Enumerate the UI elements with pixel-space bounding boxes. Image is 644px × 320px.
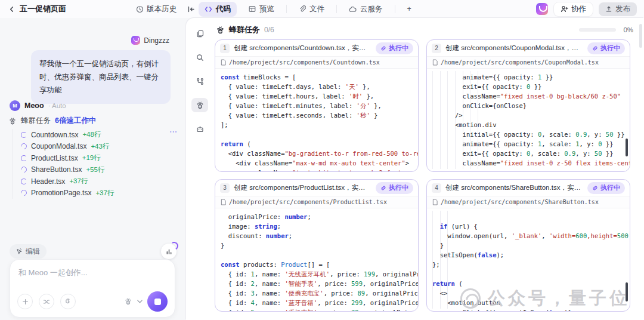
bar-chart-icon <box>166 248 172 255</box>
scrollbar-thumb[interactable] <box>626 282 628 301</box>
file-icon <box>221 59 226 66</box>
stop-generation-button[interactable] <box>147 291 168 312</box>
bee-icon <box>216 26 225 35</box>
user-name: Dingzzz <box>144 36 169 45</box>
chevron-down-icon[interactable] <box>137 300 143 303</box>
spinner-icon <box>21 179 27 184</box>
shuffle-button[interactable] <box>39 294 54 309</box>
file-icon <box>221 199 226 205</box>
task-number-badge: 1 <box>220 44 230 53</box>
user-avatar-small <box>131 36 140 45</box>
list-item[interactable]: ShareButton.tsx+55行 <box>21 164 179 176</box>
task-panel-countdown: 1 创建 src/components/Countdown.tsx，实现五一促销… <box>215 39 419 172</box>
tool-rail <box>186 18 213 320</box>
task-panel-product-list: 3 创建 src/components/ProductList.tsx，实现商品… <box>215 179 419 312</box>
status-badge[interactable]: 执行中 <box>376 182 413 194</box>
robot-icon[interactable] <box>191 122 208 136</box>
generated-file-list: Countdown.tsx+48行 CouponModal.tsx+43行 Pr… <box>13 129 179 199</box>
scrollbar-thumb[interactable] <box>626 139 628 156</box>
task-panel-coupon-modal: 2 创建 src/components/CouponModal.tsx，实现优惠… <box>426 39 630 172</box>
divider <box>395 5 395 13</box>
status-badge[interactable]: 执行中 <box>587 42 625 54</box>
swarm-title: 蜂群任务 <box>229 24 260 35</box>
code-editor[interactable]: animate={{ opacity: 1 }} exit={{ opacity… <box>427 69 630 171</box>
publish-button[interactable]: 发布 <box>599 2 637 16</box>
bee-mode-icon[interactable] <box>124 297 132 306</box>
code-icon <box>205 6 212 13</box>
progress-percent: 0% <box>623 26 633 33</box>
layout-icon <box>249 5 256 13</box>
task-count: 0/6 <box>264 26 274 34</box>
task-description: 创建 src/components/Countdown.tsx，实现五一促销倒计… <box>234 44 371 53</box>
collapse-sidebar-icon[interactable] <box>187 5 195 13</box>
user-avatar[interactable] <box>536 3 548 15</box>
file-icon <box>432 59 438 66</box>
code-editor[interactable]: if (url) { window.open(url, '_blank', 'w… <box>427 208 630 311</box>
app-window: 五一促销页面 版本历史 代码 预览 <box>0 0 644 320</box>
task-number-badge: 3 <box>220 183 230 193</box>
search-icon[interactable] <box>191 50 208 64</box>
task-panel-share-button: 4 创建 src/components/ShareButton.tsx，实现一键… <box>426 179 630 312</box>
clock-icon <box>136 5 144 13</box>
divider <box>286 5 287 13</box>
stop-icon <box>154 299 161 305</box>
collaborate-button[interactable]: 协作 <box>554 2 593 16</box>
spinner-icon <box>20 165 28 174</box>
tab-preview[interactable]: 预览 <box>243 2 280 17</box>
plus-icon: + <box>407 5 411 13</box>
scrollbar[interactable] <box>639 24 642 48</box>
upload-icon <box>605 5 612 13</box>
list-item[interactable]: CouponModal.tsx+43行 <box>21 141 179 153</box>
assistant-avatar: M <box>10 100 20 111</box>
tab-files[interactable]: 文件 <box>293 2 330 17</box>
task-description: 创建 src/components/ShareButton.tsx，实现一键分享… <box>445 183 583 192</box>
stats-button[interactable] <box>161 244 177 259</box>
swarm-speed-status: 6倍速工作中 <box>55 116 96 126</box>
add-attachment-button[interactable] <box>17 294 33 309</box>
back-icon[interactable] <box>8 6 15 13</box>
status-badge[interactable]: 执行中 <box>376 42 413 54</box>
page-title: 五一促销页面 <box>20 4 66 14</box>
tab-cloud[interactable]: 云服务 <box>343 2 389 17</box>
cloud-icon <box>349 6 357 13</box>
task-description: 创建 src/components/CouponModal.tsx，实现优惠券弹… <box>445 44 583 53</box>
chat-input-card <box>10 259 175 318</box>
spinner-icon <box>20 142 28 150</box>
tab-code[interactable]: 代码 <box>199 2 237 17</box>
edit-chip[interactable]: 编辑 <box>10 244 47 259</box>
version-history-button[interactable]: 版本历史 <box>136 4 177 14</box>
progress-bar <box>579 28 616 32</box>
file-icon <box>432 199 438 205</box>
file-path-bar: /home/project/src/components/Countdown.t… <box>215 56 418 69</box>
task-number-badge: 2 <box>432 44 441 53</box>
chat-sidebar: Dingzzz 帮我做一个五一促销活动页，有倒计时、优惠券弹窗、商品列表、一键分… <box>0 18 186 320</box>
swarm-header: 蜂群任务 0/6 0% <box>216 23 633 37</box>
user-message-bubble: 帮我做一个五一促销活动页，有倒计时、优惠券弹窗、商品列表、一键分享功能 <box>31 50 171 104</box>
swarm-bee-icon[interactable] <box>191 98 208 112</box>
top-bar: 五一促销页面 版本历史 代码 预览 <box>0 0 644 18</box>
workflow-icon[interactable] <box>191 74 208 88</box>
file-path-bar: /home/project/src/components/ShareButton… <box>427 196 630 208</box>
spinner-icon <box>21 155 27 161</box>
code-editor[interactable]: const timeBlocks = [ { value: timeLeft.d… <box>215 69 418 171</box>
list-item[interactable]: ProductList.tsx+19行 <box>21 152 179 164</box>
file-path-bar: /home/project/src/components/CouponModal… <box>427 56 630 69</box>
plugin-button[interactable] <box>60 294 76 309</box>
list-item[interactable]: Countdown.tsx+48行 <box>21 129 179 141</box>
edit-cursor-icon <box>16 248 23 255</box>
divider <box>336 5 337 13</box>
code-editor[interactable]: originalPrice: number; image: string; di… <box>215 208 418 311</box>
more-options-icon[interactable]: ⋯ <box>169 129 178 135</box>
list-item[interactable]: PromotionPage.tsx+37行 <box>21 187 179 199</box>
main-workspace: 蜂群任务 0/6 0% 1 创建 src/components/Countdow… <box>186 18 644 320</box>
assistant-name: Meoo <box>24 101 44 110</box>
spinner-icon <box>20 189 28 197</box>
copy-files-icon[interactable] <box>191 26 208 41</box>
workspace-tabs: 代码 预览 文件 云服务 <box>199 2 417 17</box>
assistant-mode: · Auto <box>48 102 66 109</box>
status-badge[interactable]: 执行中 <box>587 182 625 194</box>
list-item[interactable]: Header.tsx+37行 <box>21 176 179 187</box>
tab-add[interactable]: + <box>401 2 417 16</box>
file-path-bar: /home/project/src/components/ProductList… <box>215 196 418 208</box>
chat-input[interactable] <box>18 268 166 277</box>
